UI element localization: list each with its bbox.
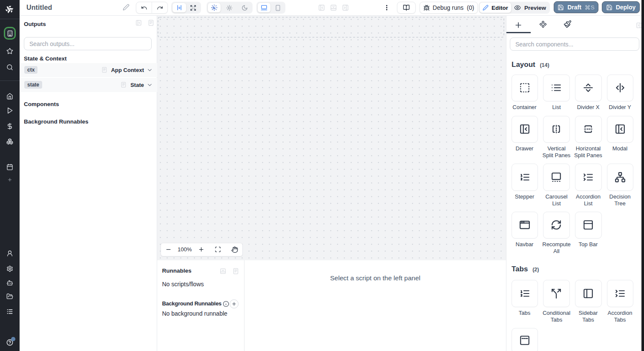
svg-text:0: 0 xyxy=(178,6,180,10)
